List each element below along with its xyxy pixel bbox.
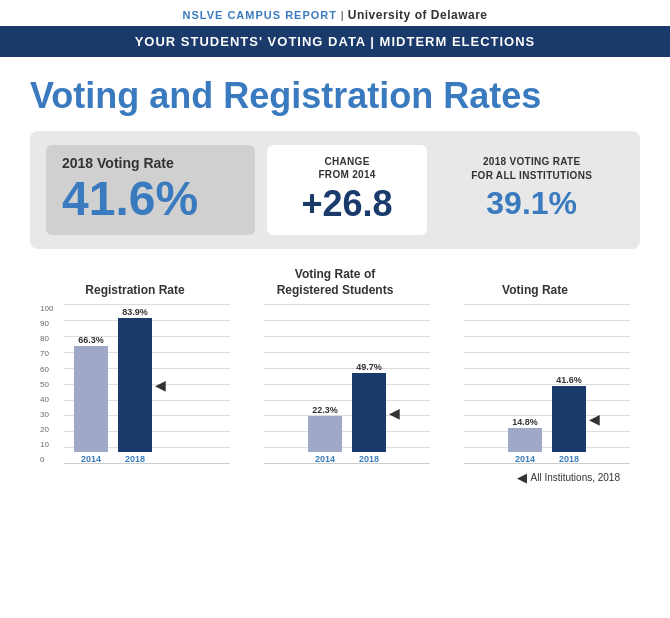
bar-votreg-2014-bar <box>308 416 342 452</box>
banner: YOUR STUDENTS' VOTING DATA | MIDTERM ELE… <box>0 26 670 57</box>
stats-row: 2018 Voting Rate 41.6% CHANGE FROM 2014 … <box>30 131 640 249</box>
y-label-60: 60 <box>40 365 64 374</box>
chart-voting-rate: Voting Rate <box>440 283 630 465</box>
change-label: CHANGE FROM 2014 <box>283 155 412 181</box>
y-label-70: 70 <box>40 349 64 358</box>
change-box: CHANGE FROM 2014 +26.8 <box>267 145 428 235</box>
page-title: Voting and Registration Rates <box>30 75 640 117</box>
bar-votreg-2018-bar: ◀ <box>352 373 386 452</box>
arrow-votreg: ◀ <box>389 405 400 421</box>
bar-votreg-2018: 49.7% ◀ 2018 <box>352 362 386 464</box>
bar-reg-2018: 83.9% ◀ 2018 <box>118 307 152 464</box>
y-label-0: 0 <box>40 455 64 464</box>
change-value: +26.8 <box>283 183 412 225</box>
bar-reg-2014: 66.3% 2014 <box>74 335 108 464</box>
legend-arrow-icon: ◀ <box>517 470 527 485</box>
legend-label: All Institutions, 2018 <box>531 472 621 483</box>
bar-votreg-2018-label: 49.7% <box>356 362 382 372</box>
bar-vot-2014-bar <box>508 428 542 452</box>
chart-registration-rate: Registration Rate 100 90 80 70 60 50 40 … <box>40 283 230 465</box>
bar-reg-2018-label: 83.9% <box>122 307 148 317</box>
all-institutions-box: 2018 VOTING RATEFOR ALL INSTITUTIONS 39.… <box>439 145 624 235</box>
bar-vot-2014: 14.8% 2014 <box>508 417 542 464</box>
bar-votreg-2014: 22.3% 2014 <box>308 405 342 464</box>
chart1-title: Registration Rate <box>85 283 184 299</box>
bar-reg-2014-label: 66.3% <box>78 335 104 345</box>
main-content: Voting and Registration Rates 2018 Votin… <box>0 57 670 485</box>
chart2-title: Voting Rate ofRegistered Students <box>277 267 394 298</box>
y-label-80: 80 <box>40 334 64 343</box>
bar-votreg-2014-label: 22.3% <box>312 405 338 415</box>
banner-text: YOUR STUDENTS' VOTING DATA | MIDTERM ELE… <box>135 34 536 49</box>
y-label-20: 20 <box>40 425 64 434</box>
legend: ◀ All Institutions, 2018 <box>30 470 640 485</box>
arrow-vot: ◀ <box>589 411 600 427</box>
bar-vot-2018-year: 2018 <box>559 454 579 464</box>
change-label1: CHANGE <box>324 156 369 167</box>
y-label-100: 100 <box>40 304 64 313</box>
voting-rate-value: 41.6% <box>62 175 239 223</box>
arrow-reg: ◀ <box>155 377 166 393</box>
bar-votreg-2014-year: 2014 <box>315 454 335 464</box>
separator: | <box>341 9 348 21</box>
bar-reg-2014-bar <box>74 346 108 452</box>
all-inst-label: 2018 VOTING RATEFOR ALL INSTITUTIONS <box>451 155 612 183</box>
voting-rate-box: 2018 Voting Rate 41.6% <box>46 145 255 235</box>
y-label-50: 50 <box>40 380 64 389</box>
charts-row: Registration Rate 100 90 80 70 60 50 40 … <box>30 267 640 464</box>
institution-name: University of Delaware <box>348 8 488 22</box>
bar-vot-2014-year: 2014 <box>515 454 535 464</box>
chart3-title: Voting Rate <box>502 283 568 299</box>
bar-reg-2018-year: 2018 <box>125 454 145 464</box>
y-label-90: 90 <box>40 319 64 328</box>
bar-reg-2014-year: 2014 <box>81 454 101 464</box>
bar-vot-2014-label: 14.8% <box>512 417 538 427</box>
bar-reg-2018-bar: ◀ <box>118 318 152 452</box>
change-label2: FROM 2014 <box>318 169 375 180</box>
top-header: NSLVE CAMPUS REPORT | University of Dela… <box>0 0 670 26</box>
bar-vot-2018: 41.6% ◀ 2018 <box>552 375 586 464</box>
y-label-30: 30 <box>40 410 64 419</box>
bar-vot-2018-bar: ◀ <box>552 386 586 452</box>
bar-votreg-2018-year: 2018 <box>359 454 379 464</box>
chart-voting-registered: Voting Rate ofRegistered Students <box>240 267 430 464</box>
nslve-label: NSLVE CAMPUS REPORT <box>183 9 337 21</box>
all-inst-value: 39.1% <box>451 185 612 222</box>
y-label-10: 10 <box>40 440 64 449</box>
bar-vot-2018-label: 41.6% <box>556 375 582 385</box>
y-label-40: 40 <box>40 395 64 404</box>
voting-rate-label: 2018 Voting Rate <box>62 155 239 171</box>
